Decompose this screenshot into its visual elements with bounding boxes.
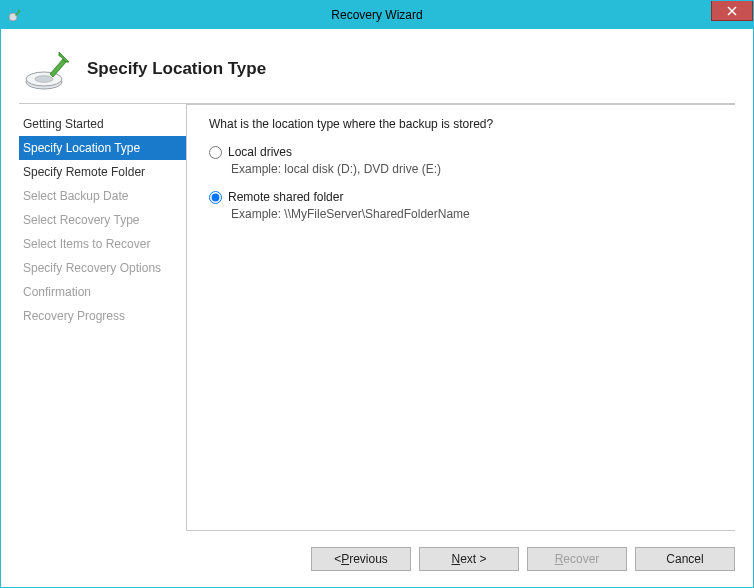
option-remote-folder-example: Example: \\MyFileServer\SharedFolderName [231,207,727,221]
wizard-content: What is the location type where the back… [187,104,735,531]
recovery-wizard-window: Recovery Wizard Specify Location Type Ge… [0,0,754,588]
wizard-step[interactable]: Getting Started [19,112,186,136]
wizard-step: Recovery Progress [19,304,186,328]
wizard-steps-nav: Getting StartedSpecify Location TypeSpec… [19,104,187,531]
wizard-header: Specify Location Type [1,29,753,103]
next-button[interactable]: Next > [419,547,519,571]
window-title: Recovery Wizard [1,8,753,22]
recovery-icon [19,40,77,98]
svg-point-3 [35,76,53,82]
option-label: Local drives [228,145,292,159]
radio-remote-folder[interactable] [209,191,222,204]
content-question: What is the location type where the back… [209,117,727,131]
recover-button: Recover [527,547,627,571]
cancel-button[interactable]: Cancel [635,547,735,571]
wizard-step[interactable]: Specify Remote Folder [19,160,186,184]
titlebar: Recovery Wizard [1,1,753,29]
wizard-body: Getting StartedSpecify Location TypeSpec… [1,104,753,531]
page-title: Specify Location Type [87,59,266,79]
close-icon [727,6,737,16]
wizard-step[interactable]: Specify Location Type [19,136,186,160]
wizard-step: Select Backup Date [19,184,186,208]
option-label: Remote shared folder [228,190,343,204]
option-remote-folder[interactable]: Remote shared folder [209,190,727,204]
wizard-step: Specify Recovery Options [19,256,186,280]
previous-button[interactable]: < Previous [311,547,411,571]
wizard-footer: < Previous Next > Recover Cancel [1,531,753,587]
app-icon [5,8,25,22]
wizard-step: Select Items to Recover [19,232,186,256]
wizard-step: Select Recovery Type [19,208,186,232]
option-local-drives[interactable]: Local drives [209,145,727,159]
close-button[interactable] [711,1,753,21]
radio-local-drives[interactable] [209,146,222,159]
option-local-drives-example: Example: local disk (D:), DVD drive (E:) [231,162,727,176]
wizard-step: Confirmation [19,280,186,304]
